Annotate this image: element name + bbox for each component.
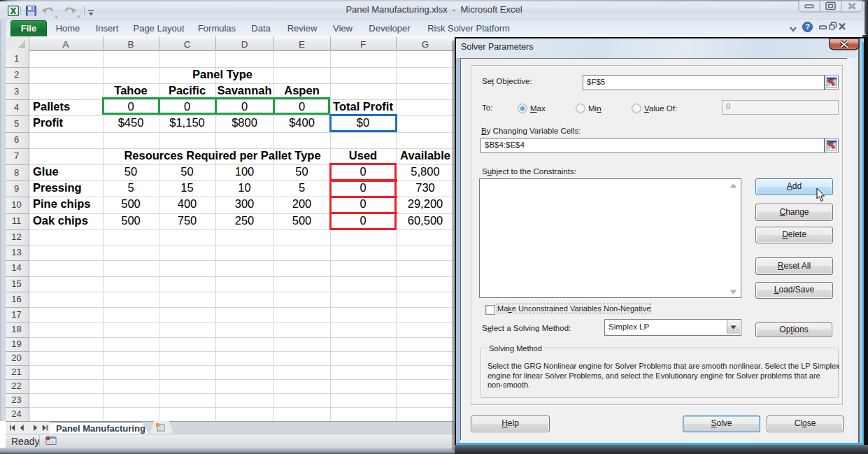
- svg-text:?: ?: [805, 22, 810, 31]
